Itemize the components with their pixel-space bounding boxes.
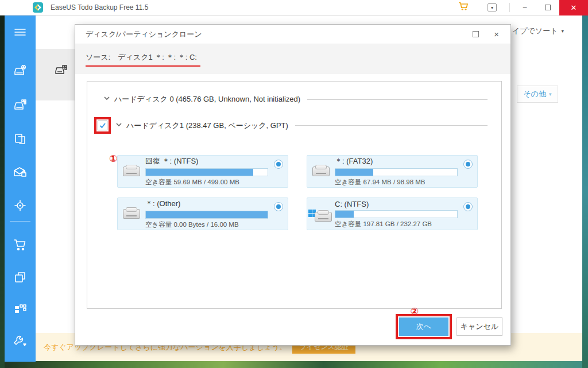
smart-backup-icon[interactable] <box>13 198 28 213</box>
dialog-close-button[interactable]: × <box>494 30 499 38</box>
annotation-box-checkbox <box>94 117 111 134</box>
sidebar-divider <box>10 221 30 222</box>
close-button[interactable]: ✕ <box>559 0 588 16</box>
disk-rule <box>307 99 488 100</box>
more-caret-icon: ▾ <box>549 91 552 97</box>
tools-icon[interactable] <box>13 302 28 317</box>
maximize-button[interactable] <box>536 0 559 16</box>
window-title: EaseUS Todo Backup Free 11.5 <box>51 3 148 11</box>
drive-icon <box>118 166 145 176</box>
chevron-down-icon[interactable] <box>103 95 110 102</box>
partition-radio[interactable] <box>274 202 283 211</box>
cart-icon[interactable] <box>452 2 475 13</box>
partition-card-other[interactable]: ＊: (Other) 空き容量 0.00 Bytes / 16.00 MB <box>117 197 288 230</box>
partition-grid: 回復 ＊: (NTFS) 空き容量 59.69 MB / 499.00 MB ＊… <box>117 155 478 230</box>
source-row: ソース: ディスク1 ＊: ＊: ＊: C: <box>75 44 510 74</box>
menu-icon[interactable] <box>13 25 28 40</box>
free-space-label: 空き容量 59.69 MB / 499.00 MB <box>145 178 268 187</box>
file-backup-icon[interactable] <box>13 131 28 146</box>
free-space-label: 空き容量 0.00 Bytes / 16.00 MB <box>145 220 268 229</box>
disk-backup-icon[interactable] <box>13 63 28 78</box>
partition-card-c[interactable]: C: (NTFS) 空き容量 197.81 GB / 232.27 GB <box>307 197 478 230</box>
drive-icon <box>118 209 145 219</box>
dialog-maximize-button[interactable] <box>473 31 479 37</box>
shop-cart-icon[interactable] <box>13 238 28 253</box>
titlebar: EaseUS Todo Backup Free 11.5 ▾ – ✕ <box>0 0 588 16</box>
mail-backup-icon[interactable] <box>13 165 28 180</box>
minimize-button[interactable]: – <box>513 0 536 16</box>
clone-dialog: ディスク/パーティションクローン × ソース: ディスク1 ＊: ＊: ＊: C… <box>75 24 511 346</box>
titlebar-dropdown-button[interactable]: ▾ <box>488 3 497 11</box>
annotation-box-next: 次へ <box>396 314 452 339</box>
partition-name: 回復 ＊: (NTFS) <box>145 156 268 166</box>
partition-radio[interactable] <box>463 160 473 169</box>
disk-list-panel: ハードディスク 0 (465.76 GB, Unknown, Not initi… <box>87 81 502 309</box>
desktop-wallpaper-left <box>0 16 5 368</box>
annotation-step1: ① <box>109 153 117 165</box>
next-button[interactable]: 次へ <box>399 317 448 336</box>
wrench-icon[interactable] <box>13 333 28 348</box>
sort-caret-icon: ▾ <box>561 28 564 34</box>
dialog-footer: 次へ キャンセル <box>396 314 502 339</box>
chevron-down-icon[interactable] <box>115 121 122 128</box>
sidebar <box>5 16 36 362</box>
disk-row-0[interactable]: ハードディスク 0 (465.76 GB, Unknown, Not initi… <box>103 94 488 104</box>
system-drive-icon <box>307 206 335 222</box>
partition-card-fat32[interactable]: ＊: (FAT32) 空き容量 67.94 MB / 98.98 MB <box>307 155 478 188</box>
titlebar-separator <box>509 3 510 12</box>
partition-name: C: (NTFS) <box>335 200 458 208</box>
usage-bar <box>145 211 268 219</box>
free-space-label: 空き容量 197.81 GB / 232.27 GB <box>335 220 458 228</box>
dialog-title: ディスク/パーティションクローン <box>86 29 202 40</box>
easeus-logo-icon <box>33 2 43 13</box>
disk-0-label: ハードディスク 0 (465.76 GB, Unknown, Not initi… <box>114 94 300 104</box>
disk-row-1[interactable]: ハードディスク1 (238.47 GB, ベーシック, GPT) <box>94 117 488 134</box>
partition-radio[interactable] <box>274 160 283 169</box>
partition-name: ＊: (FAT32) <box>335 156 458 166</box>
system-backup-icon[interactable] <box>13 97 28 112</box>
desktop-wallpaper-bottom <box>0 361 588 368</box>
sort-label: タイプでソート <box>505 26 558 36</box>
drive-icon <box>307 166 335 176</box>
partition-card-recovery[interactable]: 回復 ＊: (NTFS) 空き容量 59.69 MB / 499.00 MB <box>117 155 288 188</box>
disk-rule <box>295 125 488 126</box>
partition-name: ＊: (Other) <box>145 199 268 209</box>
dialog-titlebar: ディスク/パーティションクローン × <box>75 25 510 44</box>
disk-1-checkbox[interactable] <box>98 121 107 130</box>
cancel-button[interactable]: キャンセル <box>457 317 502 336</box>
clone-source-disk-icon <box>53 63 68 79</box>
partition-radio[interactable] <box>463 202 473 211</box>
disk-1-label: ハードディスク1 (238.47 GB, ベーシック, GPT) <box>126 121 288 131</box>
source-label: ソース: ディスク1 ＊: ＊: ＊: C: <box>86 52 200 67</box>
usage-bar <box>335 210 458 218</box>
free-space-label: 空き容量 67.94 MB / 98.98 MB <box>335 178 458 187</box>
usage-bar <box>335 168 458 176</box>
usage-bar <box>145 168 268 176</box>
clone-icon[interactable] <box>13 270 28 285</box>
desktop-wallpaper-right <box>582 16 588 368</box>
more-button[interactable]: その他 ▾ <box>517 86 558 103</box>
